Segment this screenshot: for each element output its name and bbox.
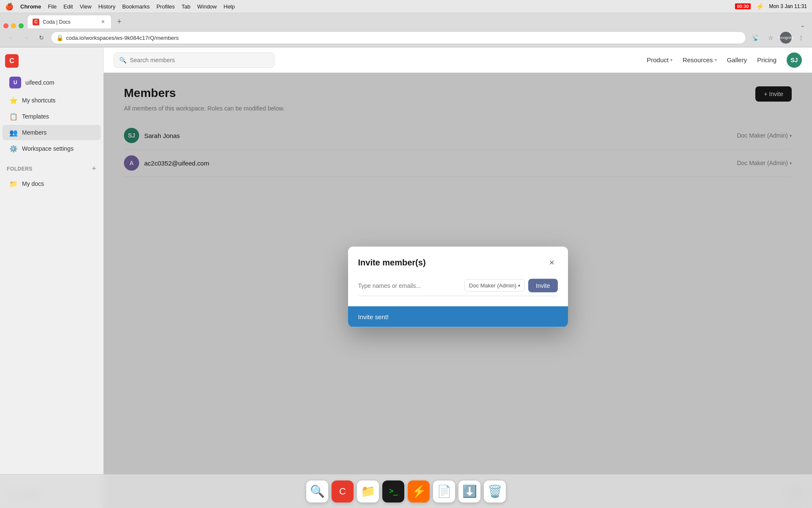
menu-history[interactable]: History	[98, 3, 115, 10]
pricing-label: Pricing	[757, 56, 776, 64]
modal-close-button[interactable]: ✕	[546, 257, 558, 268]
page-content: Members + Invite All members of this wor…	[104, 73, 812, 508]
url-bar[interactable]: 🔒 coda.io/workspaces/ws-9k084c17rQ/membe…	[51, 31, 746, 44]
browser-menu-icon[interactable]: ⋮	[795, 32, 807, 44]
app-layout: C U uifeed.com ⭐ My shortcuts 📋 Template…	[0, 47, 812, 508]
my-docs-icon: 📁	[9, 179, 18, 188]
dock: 🔍 C 📁 >_ ⚡ 📄 ⬇️ 🗑️	[0, 474, 812, 508]
menu-help[interactable]: Help	[224, 3, 235, 10]
dock-item-docs[interactable]: 📄	[433, 480, 455, 502]
folders-label: FOLDERS	[7, 166, 33, 172]
forward-button[interactable]: →	[20, 32, 32, 44]
dock-item-download[interactable]: ⬇️	[458, 480, 480, 502]
folders-section: FOLDERS +	[0, 162, 103, 176]
user-avatar[interactable]: SJ	[787, 52, 802, 68]
new-tab-button[interactable]: +	[113, 16, 125, 28]
top-nav: 🔍 Product ▾ Resources ▾ Gallery Pricing	[104, 47, 812, 73]
search-input[interactable]	[130, 57, 269, 64]
search-icon: 🔍	[119, 57, 126, 64]
workspace-badge: U	[9, 77, 21, 88]
workspace-item[interactable]: U uifeed.com	[3, 73, 101, 92]
product-label: Product	[647, 56, 669, 64]
menu-chrome[interactable]: Chrome	[20, 3, 41, 10]
menu-bar-right: 00:30 ⚡ Mon 3 Jan 11:31	[735, 3, 807, 11]
sidebar-item-my-docs[interactable]: 📁 My docs	[3, 176, 101, 191]
add-folder-button[interactable]: +	[92, 164, 96, 173]
bookmark-star-icon[interactable]: ☆	[765, 32, 776, 44]
traffic-lights	[3, 23, 24, 28]
browser-chrome: C Coda | Docs ✕ + ⌄ ← → ↻ 🔒 coda.io/work…	[0, 13, 812, 47]
nav-product[interactable]: Product ▾	[647, 56, 672, 64]
product-chevron-icon: ▾	[670, 58, 672, 62]
tab-strip-menu[interactable]: ⌄	[800, 22, 805, 28]
search-bar[interactable]: 🔍	[114, 52, 274, 68]
resources-chevron-icon: ▾	[715, 58, 717, 62]
menu-window[interactable]: Window	[197, 3, 217, 10]
invite-modal: Invite member(s) ✕ Doc Maker (Admin) ▾ I…	[348, 246, 568, 327]
tab-close-button[interactable]: ✕	[99, 19, 106, 25]
lock-icon: 🔒	[56, 34, 63, 41]
nav-gallery[interactable]: Gallery	[727, 56, 747, 64]
modal-body: Doc Maker (Admin) ▾ Invite	[348, 275, 568, 306]
main-content: 🔍 Product ▾ Resources ▾ Gallery Pricing	[104, 47, 812, 508]
menu-view[interactable]: View	[80, 3, 91, 10]
invite-row: Doc Maker (Admin) ▾ Invite	[358, 279, 558, 296]
members-icon: 👥	[9, 128, 18, 137]
address-bar: ← → ↻ 🔒 coda.io/workspaces/ws-9k084c17rQ…	[0, 28, 812, 47]
sidebar-item-templates[interactable]: 📋 Templates	[3, 109, 101, 124]
modal-invite-button[interactable]: Invite	[528, 279, 557, 292]
cast-icon[interactable]: 📡	[749, 32, 761, 44]
back-button[interactable]: ←	[5, 32, 17, 44]
shortcuts-label: My shortcuts	[22, 97, 55, 104]
address-bar-right: 📡 ☆ Incognito ⋮	[749, 32, 807, 44]
close-window-button[interactable]	[3, 23, 8, 28]
role-selector[interactable]: Doc Maker (Admin) ▾	[464, 279, 525, 292]
top-nav-right: Product ▾ Resources ▾ Gallery Pricing SJ	[647, 52, 802, 68]
menu-profiles[interactable]: Profiles	[156, 3, 175, 10]
sidebar-item-workspace-settings[interactable]: ⚙️ Workspace settings	[3, 141, 101, 156]
workspace-name: uifeed.com	[25, 79, 54, 86]
browser-tab[interactable]: C Coda | Docs ✕	[27, 15, 112, 28]
bolt-icon: ⚡	[756, 3, 764, 11]
modal-success-banner: Invite sent!	[348, 306, 568, 327]
incognito-label: Incognito	[778, 36, 794, 40]
apple-menu[interactable]: 🍎	[5, 3, 14, 11]
menu-file[interactable]: File	[48, 3, 57, 10]
url-text: coda.io/workspaces/ws-9k084c17rQ/members	[66, 35, 179, 41]
refresh-button[interactable]: ↻	[36, 32, 47, 44]
battery-indicator: 00:30	[735, 3, 750, 9]
dock-item-finder[interactable]: 🔍	[306, 480, 328, 502]
success-message: Invite sent!	[358, 313, 389, 320]
dock-item-chrome[interactable]: C	[332, 480, 354, 502]
workspace-settings-icon: ⚙️	[9, 144, 18, 153]
menu-edit[interactable]: Edit	[63, 3, 73, 10]
incognito-avatar[interactable]: Incognito	[780, 32, 792, 44]
modal-header: Invite member(s) ✕	[348, 246, 568, 275]
nav-pricing[interactable]: Pricing	[757, 56, 776, 64]
invite-input[interactable]	[358, 279, 461, 292]
menu-bookmarks[interactable]: Bookmarks	[122, 3, 150, 10]
fullscreen-window-button[interactable]	[19, 23, 24, 28]
dock-item-terminal[interactable]: >_	[382, 480, 404, 502]
shortcuts-icon: ⭐	[9, 96, 18, 105]
workspace-settings-label: Workspace settings	[22, 145, 74, 152]
gallery-label: Gallery	[727, 56, 747, 64]
role-selector-label: Doc Maker (Admin)	[469, 282, 516, 289]
sidebar: C U uifeed.com ⭐ My shortcuts 📋 Template…	[0, 47, 104, 508]
dock-item-bolt[interactable]: ⚡	[408, 480, 430, 502]
nav-resources[interactable]: Resources ▾	[683, 56, 717, 64]
sidebar-item-members[interactable]: 👥 Members	[3, 125, 101, 140]
dock-item-files[interactable]: 📁	[357, 480, 379, 502]
templates-icon: 📋	[9, 112, 18, 121]
dock-item-trash[interactable]: 🗑️	[484, 480, 506, 502]
members-label: Members	[22, 129, 47, 136]
tab-title: Coda | Docs	[43, 19, 71, 25]
coda-logo[interactable]: C	[5, 54, 19, 68]
templates-label: Templates	[22, 113, 49, 120]
menu-tab[interactable]: Tab	[181, 3, 190, 10]
role-selector-chevron-icon: ▾	[518, 283, 520, 288]
minimize-window-button[interactable]	[11, 23, 16, 28]
sidebar-item-shortcuts[interactable]: ⭐ My shortcuts	[3, 93, 101, 108]
menu-time: Mon 3 Jan 11:31	[769, 3, 807, 9]
tab-favicon: C	[33, 19, 39, 25]
